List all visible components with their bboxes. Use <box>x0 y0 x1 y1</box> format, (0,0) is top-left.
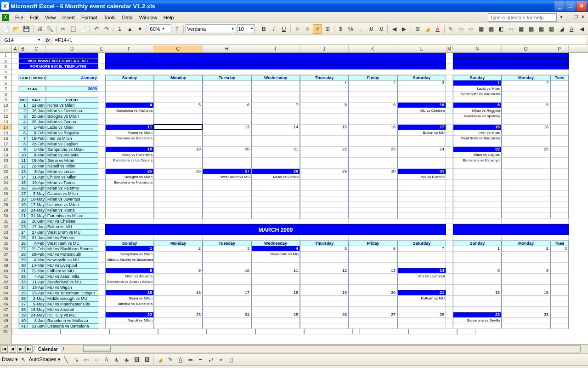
tab-prev-button[interactable]: ◀ <box>9 345 16 353</box>
workbook-icon[interactable]: X <box>2 14 9 21</box>
align-center-icon[interactable]: ≡ <box>303 24 312 34</box>
autosum-icon[interactable]: Σ <box>115 24 124 34</box>
col-header-F[interactable]: F <box>105 45 154 52</box>
misc9-icon[interactable]: ▦ <box>527 24 536 34</box>
open-icon[interactable]: 📂 <box>12 24 21 34</box>
row-header-36[interactable]: 36 <box>0 246 11 252</box>
undo-icon[interactable]: ↶ <box>92 24 101 34</box>
col-header-H[interactable]: H <box>203 45 251 52</box>
misc14-icon[interactable]: ◀ <box>577 24 586 34</box>
row-header-13[interactable]: 13 <box>0 119 11 125</box>
close-button[interactable]: ✕ <box>577 1 587 11</box>
currency-icon[interactable]: $ <box>336 24 345 34</box>
col-header-D[interactable]: D <box>46 45 98 52</box>
fontcolor-draw-icon[interactable]: A <box>176 355 185 364</box>
row-header-16[interactable]: 16 <box>0 136 11 141</box>
row-header-35[interactable]: 35 <box>0 241 11 246</box>
misc10-icon[interactable]: ▦ <box>537 24 546 34</box>
menu-insert[interactable]: Insert <box>59 13 78 22</box>
misc2-icon[interactable]: ▭ <box>456 24 465 34</box>
row-header-25[interactable]: 25 <box>0 185 11 191</box>
redo-icon[interactable]: ↷ <box>102 24 111 34</box>
row-header-14[interactable]: 14 <box>0 125 11 130</box>
col-header-K[interactable]: K <box>349 45 397 52</box>
row-header-12[interactable]: 12 <box>0 114 11 119</box>
sort-desc-icon[interactable]: ▼ <box>136 24 145 34</box>
draw-menu[interactable]: Draw ▾ <box>2 356 18 362</box>
new-icon[interactable]: 📄 <box>2 24 11 34</box>
fillcolor-icon[interactable]: ◢ <box>423 24 432 34</box>
misc13-icon[interactable]: A <box>567 24 576 34</box>
align-left-icon[interactable]: ≡ <box>293 24 302 34</box>
tab-last-button[interactable]: ▶| <box>25 345 33 353</box>
decimal-inc-icon[interactable]: .0 <box>366 24 375 34</box>
col-header-L[interactable]: L <box>397 45 446 52</box>
misc1-icon[interactable]: ✎ <box>447 24 456 34</box>
cut-icon[interactable]: ✂ <box>58 24 68 34</box>
sort-asc-icon[interactable]: ▲ <box>125 24 135 34</box>
col-header-E[interactable]: E <box>98 45 105 52</box>
row-header-6[interactable]: 6 <box>0 80 11 86</box>
tab-next-button[interactable]: ▶ <box>17 345 24 353</box>
tab-first-button[interactable]: |◀ <box>0 345 8 353</box>
row-header-11[interactable]: 11 <box>0 108 11 114</box>
row-header-18[interactable]: 18 <box>0 147 11 152</box>
misc12-icon[interactable]: ◢ <box>557 24 566 34</box>
row-header-41[interactable]: 41 <box>0 274 11 279</box>
textbox-icon[interactable]: A <box>102 355 111 364</box>
misc6-icon[interactable]: ◧ <box>497 24 506 34</box>
row-header-15[interactable]: 15 <box>0 130 11 136</box>
doc-restore-button[interactable]: ❐ <box>574 14 580 21</box>
col-header-B[interactable]: B <box>19 45 27 52</box>
row-header-3[interactable]: 3 <box>0 64 11 69</box>
row-header-27[interactable]: 27 <box>0 196 11 202</box>
fx-icon[interactable]: fx <box>46 37 50 43</box>
row-header-51[interactable]: 51 <box>0 329 11 334</box>
menu-edit[interactable]: Edit <box>27 13 42 22</box>
copy-icon[interactable]: 📋 <box>68 24 78 34</box>
menu-format[interactable]: Format <box>78 13 101 22</box>
paste-icon[interactable]: 📄 <box>79 24 88 34</box>
row-header-28[interactable]: 28 <box>0 202 11 207</box>
row-header-5[interactable]: 5 <box>0 75 11 80</box>
row-header-19[interactable]: 19 <box>0 152 11 158</box>
row-header-44[interactable]: 44 <box>0 290 11 296</box>
arrow-icon[interactable]: ↘ <box>72 355 81 364</box>
row-header-20[interactable]: 20 <box>0 158 11 163</box>
menu-view[interactable]: View <box>42 13 59 22</box>
row-header-50[interactable]: 50 <box>0 323 11 329</box>
arrowstyle-icon[interactable]: ⇄ <box>206 355 215 364</box>
row-header-37[interactable]: 37 <box>0 252 11 257</box>
row-header-45[interactable]: 45 <box>0 296 11 301</box>
misc5-icon[interactable]: ▦ <box>486 24 496 34</box>
underline-icon[interactable]: U <box>279 24 288 34</box>
row-header-39[interactable]: 39 <box>0 263 11 268</box>
decimal-dec-icon[interactable]: .0 <box>376 24 385 34</box>
row-header-26[interactable]: 26 <box>0 191 11 196</box>
col-header-I[interactable]: I <box>251 45 300 52</box>
zoom-combo[interactable]: 60%▼ <box>149 24 172 33</box>
help-search-input[interactable] <box>488 13 557 22</box>
row-header-49[interactable]: 49 <box>0 318 11 323</box>
misc3-icon[interactable]: ▭ <box>466 24 475 34</box>
help-icon[interactable]: ? <box>172 24 181 34</box>
row-header-43[interactable]: 43 <box>0 285 11 290</box>
row-header-33[interactable]: 33 <box>0 230 11 235</box>
menu-data[interactable]: Data <box>119 13 136 22</box>
row-header-34[interactable]: 34 <box>0 235 11 241</box>
row-header-46[interactable]: 46 <box>0 301 11 307</box>
row-header-17[interactable]: 17 <box>0 141 11 147</box>
indent-dec-icon[interactable]: ◀ <box>390 24 399 34</box>
misc11-icon[interactable]: ▦ <box>547 24 556 34</box>
row-header-30[interactable]: 30 <box>0 213 11 218</box>
formula-input[interactable]: =F14+1 <box>53 36 586 44</box>
dashstyle-icon[interactable]: ┅ <box>196 355 205 364</box>
diagram-icon[interactable]: ◈ <box>122 355 131 364</box>
row-header-9[interactable]: 9 <box>0 97 11 103</box>
row-header-29[interactable]: 29 <box>0 207 11 213</box>
minimize-button[interactable]: _ <box>554 1 565 11</box>
col-header-J[interactable]: J <box>300 45 349 52</box>
maximize-button[interactable]: □ <box>565 1 576 11</box>
sheet-tab-calendar[interactable]: Calendar <box>34 346 62 352</box>
indent-inc-icon[interactable]: ▶ <box>400 24 409 34</box>
